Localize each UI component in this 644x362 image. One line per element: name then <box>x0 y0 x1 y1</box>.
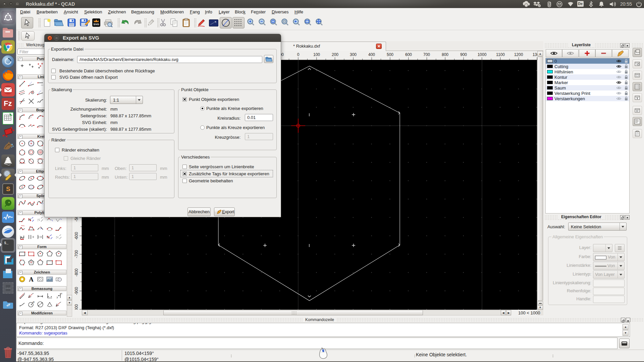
svg-text:y: y <box>57 296 58 299</box>
svg-text:R: R <box>33 301 35 303</box>
svg-text:...: ... <box>525 4 527 7</box>
svg-text:SVG: SVG <box>94 23 99 26</box>
svg-text:x: x <box>61 292 62 295</box>
svg-text:LINUX: LINUX <box>6 287 11 289</box>
svg-text:A: A <box>29 276 34 283</box>
